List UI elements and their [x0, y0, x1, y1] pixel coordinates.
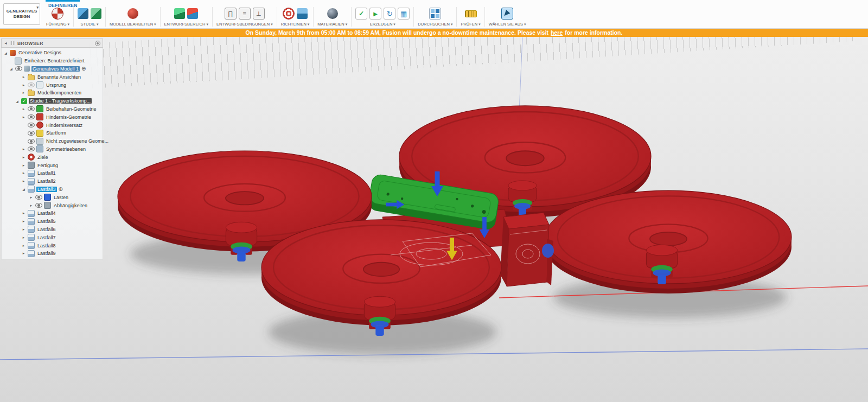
- visibility-eye-icon[interactable]: [28, 106, 35, 111]
- tree-item-lastfall7[interactable]: Lastfall7: [2, 233, 103, 241]
- tree-item-generative-designs[interactable]: Generative Designs: [2, 49, 103, 57]
- erzeugen-refresh-icon[interactable]: ↻: [384, 8, 395, 20]
- erzeugen-table-icon[interactable]: ▦: [398, 8, 410, 20]
- rotor-right[interactable]: [545, 190, 792, 293]
- tree-item-fertigung[interactable]: Fertigung: [2, 161, 103, 169]
- visibility-eye-icon[interactable]: [28, 131, 35, 136]
- expand-collapsed-icon[interactable]: [21, 147, 26, 151]
- study-check-icon[interactable]: [21, 98, 27, 104]
- tree-item-lastfall9[interactable]: Lastfall9: [2, 250, 103, 258]
- tree-item-lastfall5[interactable]: Lastfall5: [2, 218, 103, 226]
- tree-item-lastfall6[interactable]: Lastfall6: [2, 226, 103, 234]
- expand-collapsed-icon[interactable]: [29, 203, 34, 208]
- expand-collapsed-icon[interactable]: [21, 244, 26, 248]
- waehlen-dropdown[interactable]: WÄHLEN SIE AUS: [489, 22, 526, 27]
- fuehrung-icon[interactable]: [52, 8, 63, 20]
- tree-item-startform[interactable]: Startform: [2, 129, 103, 137]
- tree-item-abhaengigkeiten[interactable]: Abhängigkeiten: [2, 201, 103, 209]
- tree-item-hindernisversatz[interactable]: Hindernisversatz: [2, 121, 103, 129]
- banner-link[interactable]: here: [551, 29, 563, 36]
- add-icon[interactable]: [81, 66, 86, 72]
- tree-item-beibehalten-geometrie[interactable]: Beibehalten-Geometrie: [2, 105, 103, 113]
- visibility-eye-icon[interactable]: [35, 195, 42, 200]
- obstacle-region-icon[interactable]: [187, 8, 198, 19]
- richtlinien-dropdown[interactable]: RICHTLINIEN: [281, 22, 310, 27]
- tree-item-lastfall2[interactable]: Lastfall2: [2, 177, 103, 186]
- materialien-icon[interactable]: [327, 8, 338, 19]
- modell-bearbeiten-icon[interactable]: [127, 8, 138, 19]
- visibility-eye-icon[interactable]: [15, 66, 22, 71]
- erzeugen-dropdown[interactable]: ERZEUGEN: [370, 22, 395, 27]
- browser-grip-icon[interactable]: [10, 41, 15, 45]
- model-scene[interactable]: [0, 0, 868, 402]
- expand-expanded-icon[interactable]: [9, 67, 14, 71]
- tree-item-ursprung[interactable]: Ursprung: [2, 81, 103, 89]
- visibility-eye-icon[interactable]: [28, 114, 35, 119]
- guideline-target-icon[interactable]: [283, 8, 295, 20]
- studie-settings-icon[interactable]: [91, 8, 101, 19]
- expand-collapsed-icon[interactable]: [21, 91, 26, 95]
- pruefen-ruler-icon[interactable]: [465, 10, 477, 17]
- workspace-switcher[interactable]: GENERATIVES DESIGN: [3, 3, 40, 25]
- browser-collapse-icon[interactable]: [4, 41, 8, 45]
- tree-item-ziele[interactable]: Ziele: [2, 153, 103, 161]
- tree-item-lastfall3[interactable]: Lastfall3: [2, 186, 103, 194]
- expand-collapsed-icon[interactable]: [21, 171, 26, 175]
- visibility-eye-icon[interactable]: [35, 203, 42, 208]
- entwurfsbereich-dropdown[interactable]: ENTWURFSBEREICH: [164, 22, 208, 27]
- expand-collapsed-icon[interactable]: [21, 227, 26, 232]
- constraint-icon-1[interactable]: ∏: [225, 8, 237, 20]
- materialien-dropdown[interactable]: MATERIALIEN: [317, 22, 347, 27]
- constraint-icon-3[interactable]: ⊥: [253, 8, 265, 20]
- tree-item-lasten[interactable]: Lasten: [2, 193, 103, 201]
- tree-item-symmetrieebenen[interactable]: Symmetrieebenen: [2, 145, 103, 154]
- guideline-layers-icon[interactable]: [297, 8, 308, 19]
- expand-collapsed-icon[interactable]: [21, 83, 26, 87]
- erzeugen-check-icon[interactable]: ✓: [355, 8, 367, 20]
- constraint-icon-2[interactable]: ≡: [239, 8, 251, 20]
- expand-collapsed-icon[interactable]: [21, 155, 26, 159]
- visibility-eye-icon[interactable]: [28, 139, 35, 144]
- expand-collapsed-icon[interactable]: [21, 235, 26, 240]
- expand-expanded-icon[interactable]: [3, 51, 8, 55]
- entwurfsbedingungen-dropdown[interactable]: ENTWURFSBEDINGUNGEN: [216, 22, 273, 27]
- tree-item-studie-1[interactable]: Studie 1 - Tragwerkskomp...: [2, 97, 103, 105]
- tree-item-einheiten[interactable]: Einheiten: Benutzerdefiniert: [2, 57, 103, 65]
- viewport-canvas[interactable]: [0, 0, 868, 402]
- studie-dropdown[interactable]: STUDIE: [80, 22, 98, 27]
- tree-item-nicht-zugewiesene[interactable]: Nicht zugewiesene Geome...: [2, 137, 103, 145]
- pruefen-dropdown[interactable]: PRÜFEN: [461, 22, 480, 27]
- visibility-eye-icon[interactable]: [28, 82, 35, 87]
- expand-expanded-icon[interactable]: [15, 99, 20, 103]
- tree-item-lastfall8[interactable]: Lastfall8: [2, 241, 103, 250]
- load-case-icon: [28, 210, 35, 217]
- erzeugen-play-icon[interactable]: ▶: [369, 8, 381, 20]
- expand-collapsed-icon[interactable]: [21, 211, 26, 215]
- tree-item-hindernis-geometrie[interactable]: Hindernis-Geometrie: [2, 113, 103, 121]
- durchsuchen-icon[interactable]: [429, 8, 441, 20]
- modell-bearbeiten-dropdown[interactable]: MODELL BEARBEITEN: [110, 22, 156, 27]
- expand-collapsed-icon[interactable]: [21, 219, 26, 224]
- tree-item-generatives-modell-1[interactable]: Generatives Modell 1: [2, 65, 103, 73]
- expand-collapsed-icon[interactable]: [21, 251, 26, 256]
- add-icon[interactable]: [59, 187, 63, 192]
- expand-collapsed-icon[interactable]: [21, 179, 26, 183]
- visibility-eye-icon[interactable]: [28, 123, 35, 127]
- preserve-region-icon[interactable]: [174, 8, 185, 19]
- expand-expanded-icon[interactable]: [21, 187, 26, 191]
- select-cursor-icon[interactable]: [501, 8, 513, 20]
- expand-collapsed-icon[interactable]: [21, 107, 26, 111]
- expand-collapsed-icon[interactable]: [21, 163, 26, 168]
- tree-item-modellkomponenten[interactable]: Modellkomponenten: [2, 89, 103, 97]
- browser-filter-icon[interactable]: [95, 41, 100, 46]
- expand-collapsed-icon[interactable]: [21, 115, 26, 119]
- tree-item-lastfall1[interactable]: Lastfall1: [2, 169, 103, 177]
- expand-collapsed-icon[interactable]: [29, 195, 34, 200]
- tree-item-lastfall4[interactable]: Lastfall4: [2, 209, 103, 218]
- studie-icon[interactable]: [78, 8, 88, 19]
- tree-item-benannte-ansichten[interactable]: Benannte Ansichten: [2, 73, 103, 81]
- durchsuchen-dropdown[interactable]: DURCHSUCHEN: [418, 22, 452, 27]
- expand-collapsed-icon[interactable]: [21, 75, 26, 79]
- visibility-eye-icon[interactable]: [28, 146, 35, 151]
- fuehrung-dropdown[interactable]: FÜHRUNG: [46, 22, 69, 27]
